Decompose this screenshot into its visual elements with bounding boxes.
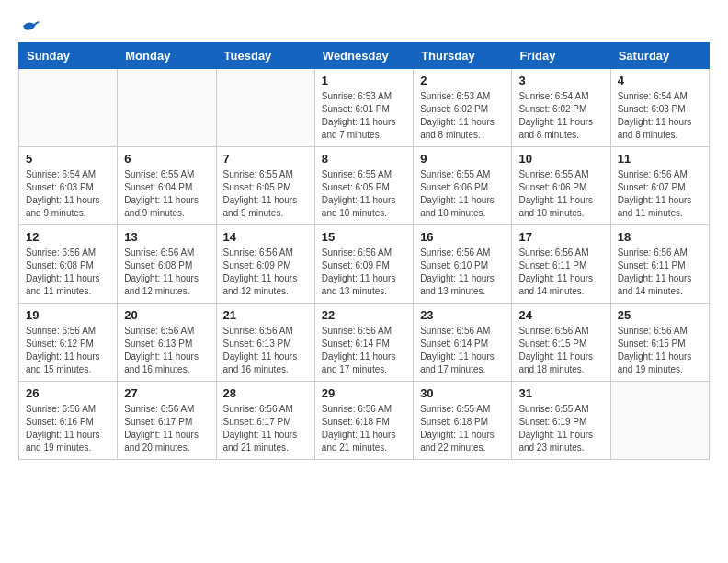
- calendar-cell: 23Sunrise: 6:56 AM Sunset: 6:14 PM Dayli…: [414, 304, 512, 382]
- day-info: Sunrise: 6:56 AM Sunset: 6:08 PM Dayligh…: [26, 247, 110, 298]
- calendar-cell: 24Sunrise: 6:56 AM Sunset: 6:15 PM Dayli…: [512, 304, 610, 382]
- weekday-header-friday: Friday: [512, 43, 610, 69]
- weekday-header-saturday: Saturday: [610, 43, 709, 69]
- calendar-cell: 25Sunrise: 6:56 AM Sunset: 6:15 PM Dayli…: [610, 304, 709, 382]
- day-number: 29: [322, 386, 406, 400]
- page-header: [18, 18, 710, 33]
- day-info: Sunrise: 6:55 AM Sunset: 6:04 PM Dayligh…: [124, 168, 209, 220]
- calendar-cell: 1Sunrise: 6:53 AM Sunset: 6:01 PM Daylig…: [314, 69, 413, 147]
- day-info: Sunrise: 6:56 AM Sunset: 6:18 PM Dayligh…: [322, 403, 406, 454]
- week-row-1: 1Sunrise: 6:53 AM Sunset: 6:01 PM Daylig…: [19, 69, 710, 147]
- day-number: 23: [420, 308, 505, 322]
- calendar-cell: 2Sunrise: 6:53 AM Sunset: 6:02 PM Daylig…: [414, 69, 512, 147]
- logo-bird-icon: [21, 18, 40, 33]
- calendar-cell: 28Sunrise: 6:56 AM Sunset: 6:17 PM Dayli…: [216, 382, 314, 460]
- calendar-cell: 14Sunrise: 6:56 AM Sunset: 6:09 PM Dayli…: [216, 225, 314, 304]
- calendar-cell: 19Sunrise: 6:56 AM Sunset: 6:12 PM Dayli…: [19, 304, 118, 382]
- day-number: 13: [124, 230, 209, 244]
- weekday-header-tuesday: Tuesday: [216, 43, 314, 69]
- day-number: 8: [322, 152, 406, 166]
- day-info: Sunrise: 6:56 AM Sunset: 6:12 PM Dayligh…: [26, 325, 110, 376]
- logo: [18, 18, 40, 33]
- day-info: Sunrise: 6:56 AM Sunset: 6:11 PM Dayligh…: [618, 247, 702, 298]
- weekday-header-wednesday: Wednesday: [314, 43, 413, 69]
- day-number: 20: [124, 308, 209, 322]
- day-info: Sunrise: 6:56 AM Sunset: 6:08 PM Dayligh…: [124, 247, 209, 298]
- calendar-cell: 12Sunrise: 6:56 AM Sunset: 6:08 PM Dayli…: [19, 225, 118, 304]
- day-number: 25: [618, 308, 702, 322]
- day-number: 12: [26, 230, 110, 244]
- calendar-cell: 7Sunrise: 6:55 AM Sunset: 6:05 PM Daylig…: [216, 147, 314, 225]
- day-info: Sunrise: 6:56 AM Sunset: 6:15 PM Dayligh…: [518, 325, 603, 376]
- day-number: 28: [223, 386, 308, 400]
- weekday-header-row: SundayMondayTuesdayWednesdayThursdayFrid…: [19, 43, 710, 69]
- day-number: 5: [26, 152, 110, 166]
- calendar-cell: 20Sunrise: 6:56 AM Sunset: 6:13 PM Dayli…: [118, 304, 216, 382]
- calendar-cell: 16Sunrise: 6:56 AM Sunset: 6:10 PM Dayli…: [414, 225, 512, 304]
- day-info: Sunrise: 6:55 AM Sunset: 6:05 PM Dayligh…: [322, 168, 406, 220]
- day-info: Sunrise: 6:54 AM Sunset: 6:02 PM Dayligh…: [518, 90, 603, 142]
- weekday-header-sunday: Sunday: [19, 43, 118, 69]
- week-row-5: 26Sunrise: 6:56 AM Sunset: 6:16 PM Dayli…: [19, 382, 710, 460]
- day-number: 22: [322, 308, 406, 322]
- calendar-cell: 5Sunrise: 6:54 AM Sunset: 6:03 PM Daylig…: [19, 147, 118, 225]
- calendar-cell: 4Sunrise: 6:54 AM Sunset: 6:03 PM Daylig…: [610, 69, 709, 147]
- day-info: Sunrise: 6:55 AM Sunset: 6:18 PM Dayligh…: [420, 403, 505, 454]
- day-info: Sunrise: 6:55 AM Sunset: 6:05 PM Dayligh…: [223, 168, 308, 220]
- calendar-cell: 13Sunrise: 6:56 AM Sunset: 6:08 PM Dayli…: [118, 225, 216, 304]
- day-number: 7: [223, 152, 308, 166]
- day-number: 24: [518, 308, 603, 322]
- calendar-table: SundayMondayTuesdayWednesdayThursdayFrid…: [18, 42, 710, 460]
- day-info: Sunrise: 6:54 AM Sunset: 6:03 PM Dayligh…: [618, 90, 702, 142]
- calendar-cell: 22Sunrise: 6:56 AM Sunset: 6:14 PM Dayli…: [314, 304, 413, 382]
- day-number: 15: [322, 230, 406, 244]
- day-number: 4: [618, 74, 702, 87]
- day-number: 1: [322, 74, 406, 87]
- day-info: Sunrise: 6:55 AM Sunset: 6:06 PM Dayligh…: [518, 168, 603, 220]
- day-info: Sunrise: 6:56 AM Sunset: 6:15 PM Dayligh…: [618, 325, 702, 376]
- day-number: 9: [420, 152, 505, 166]
- day-info: Sunrise: 6:55 AM Sunset: 6:19 PM Dayligh…: [518, 403, 603, 454]
- day-info: Sunrise: 6:56 AM Sunset: 6:11 PM Dayligh…: [518, 247, 603, 298]
- calendar-cell: 31Sunrise: 6:55 AM Sunset: 6:19 PM Dayli…: [512, 382, 610, 460]
- calendar-cell: 17Sunrise: 6:56 AM Sunset: 6:11 PM Dayli…: [512, 225, 610, 304]
- day-number: 26: [26, 386, 110, 400]
- day-number: 11: [618, 152, 702, 166]
- day-info: Sunrise: 6:56 AM Sunset: 6:13 PM Dayligh…: [223, 325, 308, 376]
- calendar-cell: 11Sunrise: 6:56 AM Sunset: 6:07 PM Dayli…: [610, 147, 709, 225]
- day-number: 14: [223, 230, 308, 244]
- day-info: Sunrise: 6:56 AM Sunset: 6:16 PM Dayligh…: [26, 403, 110, 454]
- day-number: 31: [518, 386, 603, 400]
- calendar-cell: 8Sunrise: 6:55 AM Sunset: 6:05 PM Daylig…: [314, 147, 413, 225]
- day-number: 6: [124, 152, 209, 166]
- day-info: Sunrise: 6:56 AM Sunset: 6:09 PM Dayligh…: [223, 247, 308, 298]
- calendar-cell: [118, 69, 216, 147]
- week-row-2: 5Sunrise: 6:54 AM Sunset: 6:03 PM Daylig…: [19, 147, 710, 225]
- calendar-cell: 6Sunrise: 6:55 AM Sunset: 6:04 PM Daylig…: [118, 147, 216, 225]
- day-info: Sunrise: 6:53 AM Sunset: 6:02 PM Dayligh…: [420, 90, 505, 142]
- calendar-cell: 10Sunrise: 6:55 AM Sunset: 6:06 PM Dayli…: [512, 147, 610, 225]
- calendar-cell: 26Sunrise: 6:56 AM Sunset: 6:16 PM Dayli…: [19, 382, 118, 460]
- calendar-cell: 29Sunrise: 6:56 AM Sunset: 6:18 PM Dayli…: [314, 382, 413, 460]
- day-info: Sunrise: 6:56 AM Sunset: 6:10 PM Dayligh…: [420, 247, 505, 298]
- calendar-cell: 15Sunrise: 6:56 AM Sunset: 6:09 PM Dayli…: [314, 225, 413, 304]
- day-info: Sunrise: 6:56 AM Sunset: 6:14 PM Dayligh…: [322, 325, 406, 376]
- week-row-4: 19Sunrise: 6:56 AM Sunset: 6:12 PM Dayli…: [19, 304, 710, 382]
- calendar-cell: 27Sunrise: 6:56 AM Sunset: 6:17 PM Dayli…: [118, 382, 216, 460]
- day-number: 2: [420, 74, 505, 87]
- calendar-cell: [216, 69, 314, 147]
- calendar-cell: 30Sunrise: 6:55 AM Sunset: 6:18 PM Dayli…: [414, 382, 512, 460]
- weekday-header-thursday: Thursday: [414, 43, 512, 69]
- day-info: Sunrise: 6:56 AM Sunset: 6:13 PM Dayligh…: [124, 325, 209, 376]
- day-info: Sunrise: 6:56 AM Sunset: 6:09 PM Dayligh…: [322, 247, 406, 298]
- day-number: 10: [518, 152, 603, 166]
- day-info: Sunrise: 6:56 AM Sunset: 6:17 PM Dayligh…: [124, 403, 209, 454]
- day-info: Sunrise: 6:56 AM Sunset: 6:17 PM Dayligh…: [223, 403, 308, 454]
- weekday-header-monday: Monday: [118, 43, 216, 69]
- day-info: Sunrise: 6:54 AM Sunset: 6:03 PM Dayligh…: [26, 168, 110, 220]
- day-info: Sunrise: 6:56 AM Sunset: 6:07 PM Dayligh…: [618, 168, 702, 220]
- day-number: 3: [518, 74, 603, 87]
- day-number: 30: [420, 386, 505, 400]
- day-number: 18: [618, 230, 702, 244]
- day-info: Sunrise: 6:56 AM Sunset: 6:14 PM Dayligh…: [420, 325, 505, 376]
